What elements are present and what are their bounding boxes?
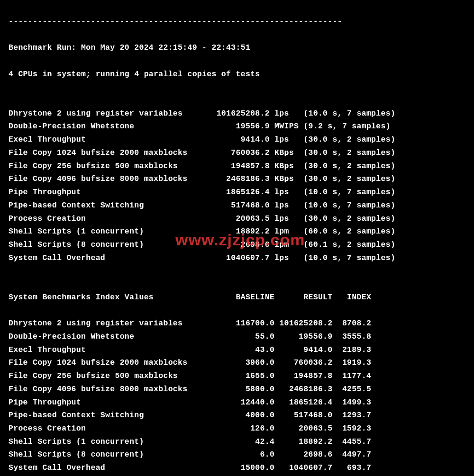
results-block: Dhrystone 2 using register variables 101… <box>9 107 465 265</box>
divider: ----------------------------------------… <box>9 15 465 28</box>
cpu-line: 4 CPUs in system; running 4 parallel cop… <box>9 68 465 81</box>
benchmark-run-line: Benchmark Run: Mon May 20 2024 22:15:49 … <box>9 41 465 54</box>
terminal-output: ----------------------------------------… <box>0 0 474 476</box>
index-header: System Benchmarks Index Values BASELINE … <box>9 291 465 304</box>
index-table: Dhrystone 2 using register variables 116… <box>9 317 465 475</box>
